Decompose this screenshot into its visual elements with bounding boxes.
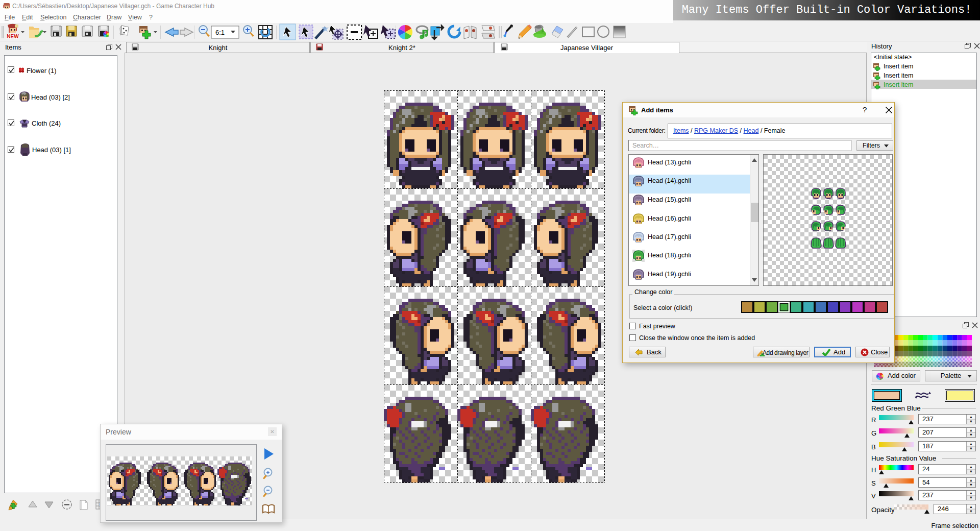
svg-text:NEW: NEW [7, 34, 19, 39]
svg-text:6:1: 6:1 [215, 29, 225, 36]
